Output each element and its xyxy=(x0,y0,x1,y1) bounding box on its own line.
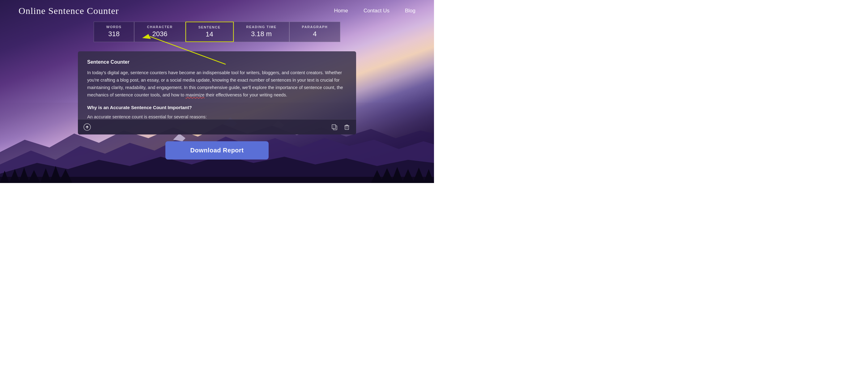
spell-check-word: maximize xyxy=(185,92,204,97)
stat-reading-time-label: READING TIME xyxy=(246,25,277,29)
text-sub-heading: Why is an Accurate Sentence Count Import… xyxy=(87,104,347,112)
stat-character: CHARACTER 2036 xyxy=(134,22,185,42)
svg-rect-29 xyxy=(346,125,348,126)
copy-icon[interactable] xyxy=(330,123,339,131)
stat-words-label: WORDS xyxy=(106,25,122,29)
stats-bar: WORDS 318 CHARACTER 2036 SENTENCE 14 REA… xyxy=(90,22,344,42)
text-sub-content: An accurate sentence count is essential … xyxy=(87,114,347,119)
svg-rect-27 xyxy=(345,126,349,129)
svg-rect-26 xyxy=(332,125,336,129)
toolbar-left xyxy=(83,123,92,131)
stat-reading-time-value: 3.18 m xyxy=(251,30,272,38)
text-area[interactable]: Sentence Counter In today's digital age,… xyxy=(78,51,356,119)
upload-icon[interactable] xyxy=(83,123,92,131)
stat-words: WORDS 318 xyxy=(94,22,134,42)
delete-icon[interactable] xyxy=(342,123,351,131)
stat-sentence: SENTENCE 14 xyxy=(185,22,234,42)
page-content: Online Sentence Counter Home Contact Us … xyxy=(0,0,434,183)
nav-home[interactable]: Home xyxy=(334,8,348,14)
stat-paragraph: PARAGRAPH 4 xyxy=(289,22,341,42)
nav-blog[interactable]: Blog xyxy=(405,8,415,14)
download-btn-container: Download Report xyxy=(0,141,434,159)
nav-contact[interactable]: Contact Us xyxy=(364,8,390,14)
stat-sentence-label: SENTENCE xyxy=(198,25,221,29)
stat-sentence-value: 14 xyxy=(206,30,213,38)
stat-character-value: 2036 xyxy=(152,30,167,38)
toolbar-right xyxy=(330,123,351,131)
stat-character-label: CHARACTER xyxy=(147,25,173,29)
header: Online Sentence Counter Home Contact Us … xyxy=(0,0,434,22)
stat-words-value: 318 xyxy=(108,30,120,38)
text-main-paragraph: In today's digital age, sentence counter… xyxy=(87,69,347,99)
logo: Online Sentence Counter xyxy=(19,6,119,16)
stat-paragraph-label: PARAGRAPH xyxy=(302,25,328,29)
stat-paragraph-value: 4 xyxy=(313,30,316,38)
stat-reading-time: READING TIME 3.18 m xyxy=(234,22,289,42)
text-main-heading: Sentence Counter xyxy=(87,58,347,66)
toolbar xyxy=(78,119,356,134)
download-report-button[interactable]: Download Report xyxy=(165,141,268,159)
main-card: Sentence Counter In today's digital age,… xyxy=(78,51,356,134)
nav: Home Contact Us Blog xyxy=(334,8,415,14)
